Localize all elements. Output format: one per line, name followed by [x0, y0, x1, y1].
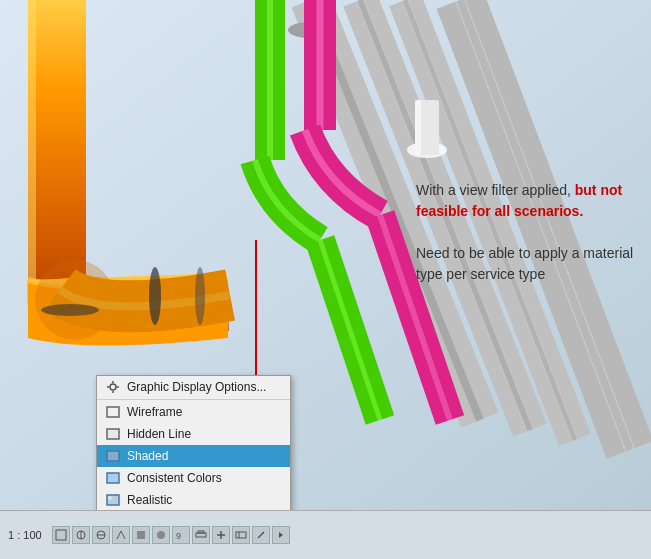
menu-item-shaded[interactable]: Shaded: [97, 445, 290, 467]
toolbar-icon-4[interactable]: [112, 526, 130, 544]
svg-rect-57: [198, 531, 204, 533]
menu-label-hidden-line: Hidden Line: [127, 427, 191, 441]
scale-text: 1 : 100: [8, 529, 42, 541]
gear-icon: [105, 379, 121, 395]
svg-point-54: [157, 531, 165, 539]
svg-rect-39: [107, 429, 119, 439]
menu-label-realistic: Realistic: [127, 493, 172, 507]
svg-point-35: [112, 391, 114, 393]
menu-item-realistic[interactable]: Realistic: [97, 489, 290, 510]
menu-label-graphic-display: Graphic Display Options...: [127, 380, 266, 394]
pointer-line: [255, 240, 257, 380]
menu-item-hidden-line[interactable]: Hidden Line: [97, 423, 290, 445]
toolbar-icon-chevron[interactable]: [272, 526, 290, 544]
svg-rect-2: [28, 0, 36, 300]
wireframe-icon: [105, 404, 121, 420]
menu-label-shaded: Shaded: [127, 449, 168, 463]
realistic-icon: [105, 492, 121, 508]
consistent-colors-icon: [105, 470, 121, 486]
svg-rect-60: [236, 532, 246, 538]
svg-rect-56: [196, 533, 206, 537]
menu-label-wireframe: Wireframe: [127, 405, 182, 419]
toolbar-icon-8[interactable]: [192, 526, 210, 544]
svg-point-30: [149, 267, 161, 325]
toolbar-icon-5[interactable]: [132, 526, 150, 544]
shaded-icon: [105, 448, 121, 464]
svg-text:9: 9: [176, 531, 181, 541]
menu-item-consistent-colors[interactable]: Consistent Colors: [97, 467, 290, 489]
annotation-line2: Need to be able to apply a material type…: [416, 245, 633, 282]
toolbar-icon-2[interactable]: [72, 526, 90, 544]
toolbar-icon-3[interactable]: [92, 526, 110, 544]
svg-rect-1: [28, 0, 86, 300]
svg-point-33: [110, 384, 116, 390]
svg-point-36: [107, 386, 109, 388]
annotation-line1: With a view filter applied,: [416, 182, 575, 198]
svg-rect-42: [107, 473, 119, 483]
svg-point-37: [117, 386, 119, 388]
annotation-text: With a view filter applied, but not feas…: [416, 180, 636, 285]
svg-point-31: [195, 267, 205, 325]
menu-item-graphic-display[interactable]: Graphic Display Options...: [97, 376, 290, 398]
svg-rect-29: [415, 100, 421, 155]
toolbar-icon-1[interactable]: [52, 526, 70, 544]
svg-point-44: [108, 496, 112, 500]
toolbar-icon-7[interactable]: 9: [172, 526, 190, 544]
svg-point-34: [112, 381, 114, 383]
menu-label-consistent-colors: Consistent Colors: [127, 471, 222, 485]
toolbar-icon-9[interactable]: [212, 526, 230, 544]
viewport: With a view filter applied, but not feas…: [0, 0, 651, 510]
toolbar-icons: 9: [52, 526, 290, 544]
svg-rect-53: [137, 531, 145, 539]
menu-divider: [97, 399, 290, 400]
svg-point-32: [41, 304, 99, 316]
menu-item-wireframe[interactable]: Wireframe: [97, 401, 290, 423]
svg-rect-38: [107, 407, 119, 417]
toolbar-icon-6[interactable]: [152, 526, 170, 544]
svg-marker-64: [279, 532, 283, 538]
svg-rect-48: [56, 530, 66, 540]
dropdown-menu: Graphic Display Options... Wireframe Hid…: [96, 375, 291, 510]
status-bar: 1 : 100 9: [0, 510, 651, 559]
toolbar-icon-10[interactable]: [232, 526, 250, 544]
hidden-line-icon: [105, 426, 121, 442]
toolbar-icon-11[interactable]: [252, 526, 270, 544]
